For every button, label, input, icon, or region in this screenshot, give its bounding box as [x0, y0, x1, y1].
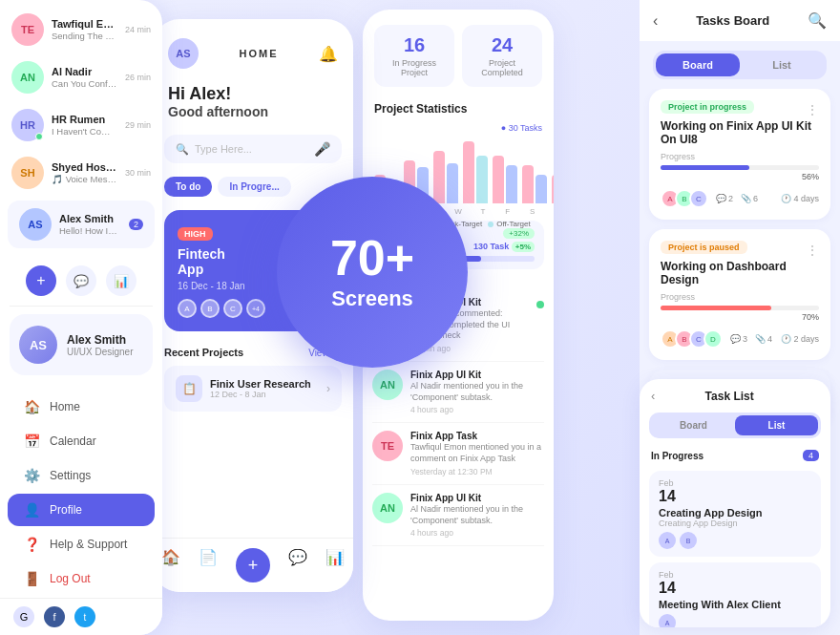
chat-name: Tawfiqul Emon [52, 18, 117, 30]
twitter-icon[interactable]: t [74, 606, 95, 627]
legend-off-target: Off-Target [488, 220, 530, 228]
stats-button[interactable]: 📊 [106, 265, 136, 296]
chat-time: 26 min [125, 73, 151, 82]
inprogress-tab[interactable]: In Progre... [218, 177, 290, 197]
tl-item-header: Feb [659, 478, 811, 488]
online-indicator [35, 133, 43, 140]
home-search-bar[interactable]: 🔍 Type Here... 🎤 [164, 135, 342, 163]
task-status: Project is paused [661, 241, 747, 254]
notif-item: AN Finix App UI Kit Al Nadir mentioned y… [372, 362, 544, 423]
doc-nav-icon[interactable]: 📄 [199, 548, 218, 582]
nav-items: 🏠 Home 📅 Calendar ⚙️ Settings 👤 Profile … [0, 383, 162, 603]
add-nav-button[interactable]: + [236, 548, 270, 582]
chat-time: 30 min [125, 168, 151, 178]
tl-item-title: Meeting With Alex Client [659, 599, 811, 610]
tl-day: 14 [659, 488, 811, 505]
chat-item[interactable]: AN Al Nadir Can You Confirm Deadline? 26… [0, 53, 162, 101]
notif-time: Yesterday at 12:30 PM [410, 467, 544, 476]
notif-app-name: Finix App UI Kit [410, 493, 544, 503]
notif-body: Tawfiqul Emon mentioned you in a comment… [410, 442, 544, 464]
search-icon[interactable]: 🔍 [808, 11, 827, 30]
tl-item-avatars: A [659, 614, 811, 627]
add-button[interactable]: + [26, 265, 56, 296]
task-count: 130 Task +5% [473, 242, 535, 252]
nav-item-profile[interactable]: 👤 Profile [8, 494, 155, 526]
google-icon[interactable]: G [13, 606, 34, 627]
home-avatar: AS [168, 38, 199, 69]
project-badge: HIGH [178, 227, 213, 241]
chat-action-bar: + 💬 📊 [0, 260, 162, 306]
notif-app-name: Finix App UI Kit [410, 370, 544, 380]
search-placeholder: Type Here... [195, 143, 252, 155]
badge-number: 70+ [330, 233, 414, 283]
stat-label: In Progress Project [382, 58, 447, 77]
calendar-icon: 📅 [23, 434, 40, 449]
tl-avatar: A [659, 532, 676, 549]
nav-item-help[interactable]: ❓ Help & Support [8, 528, 155, 561]
nav-label: Profile [50, 503, 82, 517]
chat-nav-icon[interactable]: 💬 [288, 548, 307, 582]
progress-pct: 70% [661, 312, 819, 322]
comments-stat: 💬3 [730, 334, 747, 344]
social-icons-bar: G f t [0, 598, 162, 635]
tl-item-sub: Creating App Design [659, 519, 811, 528]
tab-list[interactable]: List [740, 53, 824, 76]
chat-item[interactable]: HR HR Rumen I Haven't Completed The Work… [0, 101, 162, 149]
back-icon[interactable]: ‹ [653, 12, 658, 30]
todo-tab[interactable]: To do [164, 177, 212, 197]
home-nav-icon[interactable]: 🏠 [161, 548, 180, 582]
task-card-title: Working on Dashboard Design [661, 260, 819, 286]
graph-nav-icon[interactable]: 📊 [326, 548, 345, 582]
rp-date: 12 Dec - 8 Jan [210, 390, 311, 399]
progress-pct: 56% [661, 172, 819, 181]
task-progress-bar [661, 306, 819, 310]
tl-item: Feb 14 Meeting With Alex Client A [649, 562, 821, 627]
profile-card: AS Alex Smith UI/UX Designer [10, 314, 153, 375]
stat-number: 24 [470, 34, 535, 56]
nav-item-home[interactable]: 🏠 Home [8, 391, 155, 423]
chart-label: F [497, 207, 517, 216]
nav-label: Calendar [50, 434, 96, 448]
chat-item[interactable]: SH Shyed Hossen 🎵 Voice Message (0:24) 3… [0, 149, 162, 197]
chat-preview: Sending The File Right Now [52, 31, 117, 41]
tl-count: 4 [803, 450, 819, 461]
task-avatar: D [704, 329, 723, 349]
more-icon[interactable]: ⋮ [806, 243, 819, 258]
arrow-icon: › [326, 382, 330, 395]
more-icon[interactable]: ⋮ [806, 102, 819, 117]
profile-info: Alex Smith UI/UX Designer [67, 333, 133, 357]
nav-item-logout[interactable]: 🚪 Log Out [8, 562, 155, 595]
tl-in-progress-header: In Progress 4 [640, 446, 830, 465]
comments-stat: 💬2 [716, 194, 733, 203]
notif-app-name: Finix App Task [410, 431, 544, 441]
nav-item-settings[interactable]: ⚙️ Settings [8, 459, 155, 492]
chat-item[interactable]: TE Tawfiqul Emon Sending The File Right … [0, 6, 162, 53]
tl-back-icon[interactable]: ‹ [651, 389, 655, 403]
task-progress-bar [661, 165, 819, 170]
profile-role: UI/UX Designer [67, 347, 133, 357]
task-progress-fill [661, 306, 771, 310]
tasks-header: ‹ Tasks Board 🔍 [640, 0, 840, 41]
tab-board[interactable]: Board [656, 53, 740, 76]
chat-meta: Shyed Hossen 🎵 Voice Message (0:24) [52, 161, 117, 184]
recent-project-item[interactable]: 📋 Finix User Research 12 Dec - 8 Jan › [164, 366, 342, 412]
section-title: Recent Projects [164, 347, 243, 358]
notif-content: Finix App UI Kit Al Nadir mentioned you … [410, 493, 544, 538]
bell-icon[interactable]: 🔔 [319, 45, 338, 63]
facebook-icon[interactable]: f [44, 606, 65, 627]
mini-avatar: B [200, 299, 220, 318]
home-header: AS HOME 🔔 [153, 19, 353, 76]
mic-icon[interactable]: 🎤 [314, 141, 330, 157]
wh-badge: +32% [503, 228, 535, 239]
tl-tab-list[interactable]: List [735, 415, 818, 435]
chat-button[interactable]: 💬 [66, 265, 96, 296]
chat-meta: Al Nadir Can You Confirm Deadline? [52, 66, 117, 89]
notif-content: Finix App UI Kit Al Nadir mentioned you … [410, 370, 544, 414]
greeting-hi: Hi Alex! [168, 84, 338, 104]
comment-icon: 💬 [716, 194, 726, 203]
profile-icon: 👤 [23, 502, 40, 518]
chat-name: Al Nadir [52, 66, 117, 77]
tl-tab-board[interactable]: Board [652, 415, 735, 435]
chat-item[interactable]: AS Alex Smith Hello! How Is The Progress… [8, 201, 155, 248]
nav-item-calendar[interactable]: 📅 Calendar [8, 425, 155, 457]
